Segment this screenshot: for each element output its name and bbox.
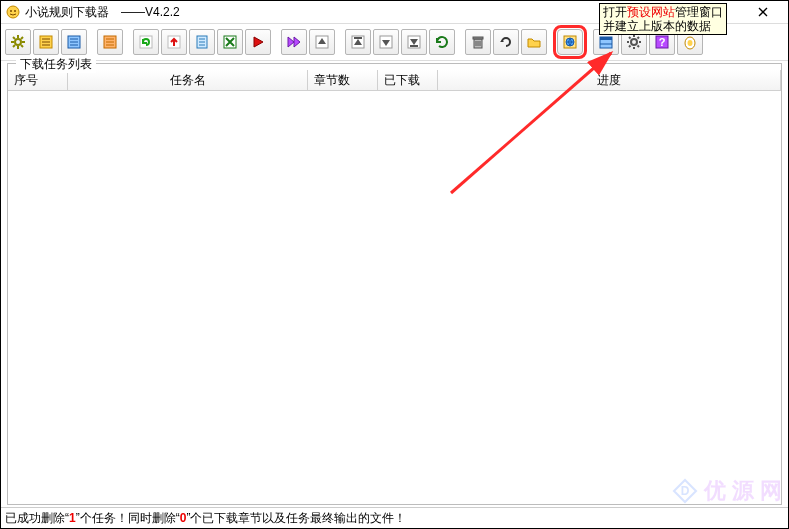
cycle-icon (498, 34, 514, 50)
tooltip-text: 打开 (603, 5, 627, 19)
svg-point-53 (631, 39, 637, 45)
toolbar-reload-button[interactable] (429, 29, 455, 55)
col-downloaded[interactable]: 已下载 (378, 70, 438, 90)
toolbar-list-blue-button[interactable] (61, 29, 87, 55)
svg-point-2 (14, 10, 16, 12)
task-table: 序号 任务名 章节数 已下载 进度 (8, 70, 781, 504)
svg-point-7 (15, 39, 21, 45)
col-taskname[interactable]: 任务名 (68, 70, 308, 90)
tooltip-text: 管理窗口 (675, 5, 723, 19)
toolbar-refresh-green-button[interactable] (133, 29, 159, 55)
site-manage-icon (562, 34, 578, 50)
calendar-icon (598, 34, 614, 50)
status-text: ”个已下载章节以及任务最终输出的文件！ (186, 510, 406, 527)
list-blue-icon (66, 34, 82, 50)
window-title: 小说规则下载器 ——V4.2.2 (25, 4, 180, 21)
tooltip: 打开预设网站管理窗口 并建立上版本的数据 (599, 3, 727, 35)
tooltip-text: 并建立上版本的数据 (603, 19, 723, 33)
toolbar-bottom-button[interactable] (401, 29, 427, 55)
app-window: 小说规则下载器 ——V4.2.2 打开预设网站管理窗口 并建立上版本的数据 ? … (0, 0, 789, 529)
toolbar-down-button[interactable] (373, 29, 399, 55)
table-header: 序号 任务名 章节数 已下载 进度 (8, 70, 781, 91)
tooltip-highlight: 预设网站 (627, 5, 675, 19)
svg-line-14 (21, 37, 23, 39)
status-count1: 1 (69, 511, 76, 525)
toolbar-notepad-button[interactable] (189, 29, 215, 55)
statusbar: 已成功删除“1”个任务！同时删除“0”个已下载章节以及任务最终输出的文件！ (1, 507, 788, 528)
close-button[interactable] (742, 1, 784, 23)
toolbar-trash-button[interactable] (465, 29, 491, 55)
toolbar-list-orange-button[interactable] (97, 29, 123, 55)
toolbar-folder-button[interactable] (521, 29, 547, 55)
svg-line-58 (629, 37, 631, 39)
toolbar-gear-button[interactable] (5, 29, 31, 55)
fast-icon (286, 34, 302, 50)
svg-line-61 (629, 46, 631, 48)
toolbar-up-button[interactable] (309, 29, 335, 55)
svg-point-0 (7, 6, 19, 18)
excel-icon (222, 34, 238, 50)
svg-line-12 (13, 37, 15, 39)
status-count2: 0 (180, 511, 187, 525)
play-icon (250, 34, 266, 50)
svg-point-65 (688, 40, 693, 46)
trash-icon (470, 34, 486, 50)
app-icon (5, 4, 21, 20)
toolbar-top-button[interactable] (345, 29, 371, 55)
status-text: 已成功删除“ (5, 510, 69, 527)
toolbar-play-button[interactable] (245, 29, 271, 55)
toolbar-excel-button[interactable] (217, 29, 243, 55)
col-progress[interactable]: 进度 (438, 70, 781, 90)
gear-icon (10, 34, 26, 50)
export-icon (166, 34, 182, 50)
down-icon (378, 34, 394, 50)
bottom-icon (406, 34, 422, 50)
svg-line-59 (638, 46, 640, 48)
svg-line-13 (21, 45, 23, 47)
status-text: ”个任务！同时删除“ (76, 510, 180, 527)
folder-icon (526, 34, 542, 50)
svg-text:?: ? (659, 36, 666, 48)
toolbar-cycle-button[interactable] (493, 29, 519, 55)
refresh-green-icon (138, 34, 154, 50)
up-icon (314, 34, 330, 50)
reload-icon (434, 34, 450, 50)
task-list-group: 下载任务列表 序号 任务名 章节数 已下载 进度 (7, 63, 782, 505)
egg-icon (682, 34, 698, 50)
svg-point-1 (10, 10, 12, 12)
col-index[interactable]: 序号 (8, 70, 68, 90)
top-icon (350, 34, 366, 50)
settings2-icon (626, 34, 642, 50)
svg-line-15 (13, 45, 15, 47)
notepad-icon (194, 34, 210, 50)
toolbar-export-button[interactable] (161, 29, 187, 55)
group-title: 下载任务列表 (16, 56, 96, 73)
svg-rect-50 (600, 37, 612, 40)
svg-line-60 (638, 37, 640, 39)
help-icon: ? (654, 34, 670, 50)
svg-rect-42 (473, 37, 483, 39)
toolbar-list-yellow-button[interactable] (33, 29, 59, 55)
list-yellow-icon (38, 34, 54, 50)
list-orange-icon (102, 34, 118, 50)
table-body[interactable] (8, 91, 781, 504)
toolbar-fast-button[interactable] (281, 29, 307, 55)
toolbar-site-manage-button[interactable] (557, 29, 583, 55)
col-chapters[interactable]: 章节数 (308, 70, 378, 90)
